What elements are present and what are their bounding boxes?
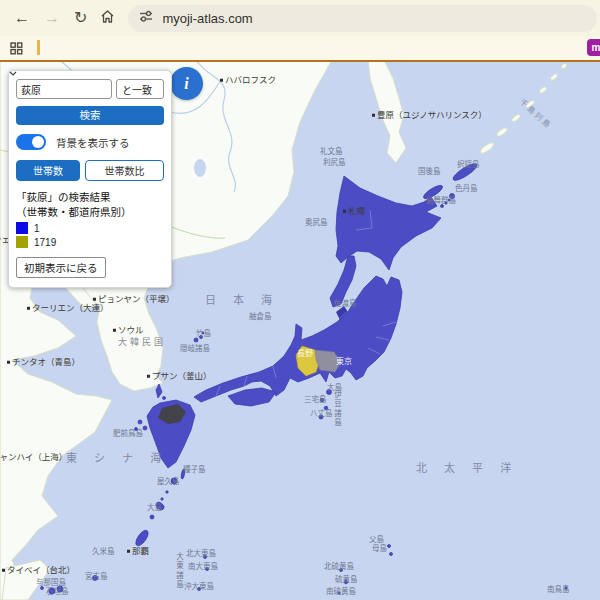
bookmark-favicon-m[interactable]: m — [587, 39, 600, 56]
map-label: 伊豆諸島 — [333, 390, 341, 428]
toggle-label: 背景を表示する — [56, 135, 130, 150]
map-label: 利尻島 — [323, 159, 346, 167]
search-button[interactable]: 検索 — [16, 106, 164, 125]
map-label: 硫黄島 — [335, 576, 358, 584]
map-label: ハバロフスク — [220, 76, 276, 85]
shikoku — [228, 388, 276, 406]
map-label: 沖大東島 — [184, 583, 214, 591]
map-label: 国後島 — [418, 168, 441, 176]
legend-swatch — [16, 222, 28, 234]
map-label: 舳倉島 — [249, 313, 272, 321]
map-label: プサン（釜山） — [147, 372, 212, 381]
bookmark-drop-indicator — [37, 40, 40, 55]
map-label: タイベイ（台北） — [2, 566, 75, 575]
legend-row: 1 — [16, 222, 164, 234]
chevron-down-icon — [9, 71, 17, 76]
tab-household-ratio[interactable]: 世帯数比 — [85, 160, 164, 181]
map-label: 那覇 — [127, 547, 149, 556]
map-label: 北硫黄島 — [324, 563, 354, 571]
map-label: 南硫黄島 — [326, 588, 356, 596]
tab-households[interactable]: 世帯数 — [16, 160, 80, 181]
map-label: 色丹島 — [455, 185, 478, 193]
map-label: 長野 — [297, 350, 313, 358]
map-label: 父島 — [369, 536, 384, 544]
reset-view-button[interactable]: 初期表示に戻る — [16, 257, 106, 278]
map-label: 屋久島 — [157, 478, 180, 486]
surname-search-input[interactable] — [16, 79, 112, 99]
map-label: 礼文島 — [320, 148, 343, 156]
map-label: 母島 — [372, 545, 387, 553]
map-label: 隠岐諸島 — [180, 345, 210, 353]
ogasawara — [388, 545, 391, 548]
map-label: 種子島 — [183, 466, 206, 474]
legend-label: 1 — [34, 223, 40, 234]
map-label: 久米島 — [92, 548, 115, 556]
map-label: 東 シ ナ 海 — [66, 453, 168, 464]
map-label: ソウル — [113, 326, 144, 335]
map-label: チンタオ（青島） — [7, 358, 80, 367]
kuril-island — [479, 141, 496, 155]
browser-toolbar: ← → ↻ myoji-atlas.com — [0, 0, 600, 37]
apps-grid-icon[interactable] — [10, 41, 23, 59]
map-label: 歯舞群島 — [426, 197, 456, 205]
match-type-value: と一致 — [122, 82, 152, 97]
legend-label: 1719 — [34, 237, 56, 248]
info-button[interactable]: i — [170, 67, 203, 100]
browser-window: ← → ↻ myoji-atlas.com — [0, 0, 600, 600]
map-label: 札幌 — [343, 207, 365, 216]
map-label: 肥前鳥島 — [113, 430, 143, 438]
bookmarks-bar: m — [0, 36, 600, 60]
map-label: 東京 — [336, 358, 352, 366]
map-label: 大島 — [147, 504, 162, 512]
map-label: 日 本 海 — [205, 295, 279, 306]
legend: 1 1719 — [16, 222, 164, 248]
map-label: 石垣島 — [46, 588, 69, 596]
map-label: 奥尻島 — [305, 219, 328, 227]
map-label: 八丈島 — [310, 410, 333, 418]
legend-row: 1719 — [16, 236, 164, 248]
home-icon[interactable] — [100, 9, 115, 27]
site-info-icon[interactable] — [139, 9, 153, 27]
page-accent-line — [0, 60, 600, 62]
map-label: 大東諸島 — [175, 552, 183, 590]
tsushima — [156, 384, 162, 398]
legend-swatch — [16, 236, 28, 248]
map-label: 択捉島 — [457, 161, 480, 169]
forward-icon[interactable]: → — [44, 10, 60, 26]
map-label: 三宅島 — [304, 396, 327, 404]
map-label: 佐渡島 — [334, 300, 357, 308]
japan-map[interactable]: 日 本 海東 シ ナ 海北 太 平 洋北朝鮮大韓民国ハバロフスク豊原（ユジノサハ… — [0, 60, 600, 600]
map-label: 南大東島 — [188, 563, 218, 571]
map-label: シャンハイ（上海） — [0, 453, 67, 462]
map-label: 宮古島 — [85, 573, 108, 581]
reload-icon[interactable]: ↻ — [74, 10, 87, 26]
lake-khanka — [194, 159, 206, 177]
match-type-select[interactable]: と一致 — [116, 79, 164, 99]
map-label: 大韓民国 — [118, 338, 166, 347]
url-text: myoji-atlas.com — [162, 11, 252, 26]
show-background-toggle[interactable] — [16, 134, 46, 150]
map-label: 北大東島 — [186, 550, 216, 558]
back-icon[interactable]: ← — [14, 10, 30, 26]
map-label: ターリエン（大連） — [27, 304, 109, 313]
search-panel: と一致 検索 背景を表示する 世帯数 世帯数比 「荻原」の検索結果 （世帯数・都… — [8, 70, 172, 288]
map-label: 竹島 — [196, 330, 211, 338]
map-label: 豊原（ユジノサハリンスク） — [372, 111, 487, 120]
map-label: 北 太 平 洋 — [416, 463, 518, 474]
map-label: 与那国島 — [36, 579, 66, 587]
map-label: 南鳥島 — [547, 586, 570, 594]
result-title: 「荻原」の検索結果 （世帯数・都道府県別） — [16, 190, 164, 219]
url-bar[interactable]: myoji-atlas.com — [128, 5, 597, 32]
